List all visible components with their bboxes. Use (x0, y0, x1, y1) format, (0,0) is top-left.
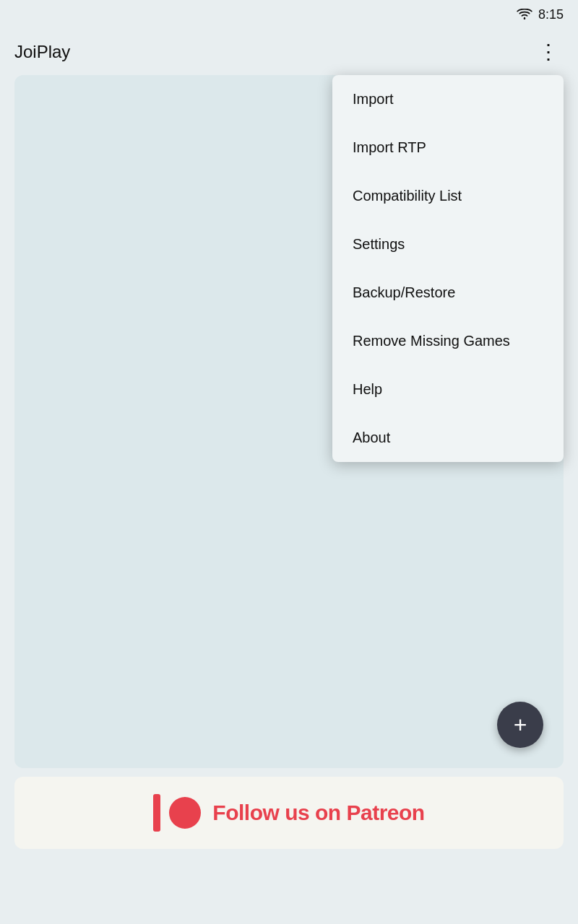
menu-item-import[interactable]: Import (332, 75, 564, 123)
app-bar: JoiPlay ⋮ (0, 29, 578, 75)
add-icon: + (514, 713, 527, 736)
menu-item-compatibility-list[interactable]: Compatibility List (332, 172, 564, 220)
status-bar: 8:15 (0, 0, 578, 29)
menu-item-settings[interactable]: Settings (332, 220, 564, 269)
main-content-area: Import Import RTP Compatibility List Set… (14, 75, 564, 768)
more-icon: ⋮ (538, 42, 558, 62)
fab-add-button[interactable]: + (497, 702, 543, 748)
svg-point-0 (524, 17, 526, 19)
status-time: 8:15 (538, 7, 564, 22)
patreon-text: Follow us on Patreon (212, 801, 424, 825)
menu-item-help[interactable]: Help (332, 365, 564, 414)
menu-item-remove-missing-games[interactable]: Remove Missing Games (332, 317, 564, 365)
more-options-button[interactable]: ⋮ (532, 36, 564, 68)
patreon-bar-icon (153, 794, 160, 832)
patreon-logo (153, 794, 201, 832)
patreon-banner[interactable]: Follow us on Patreon (14, 777, 564, 849)
wifi-icon (517, 9, 532, 20)
dropdown-menu: Import Import RTP Compatibility List Set… (332, 75, 564, 462)
menu-item-about[interactable]: About (332, 414, 564, 462)
patreon-circle-icon (169, 797, 201, 829)
menu-item-backup-restore[interactable]: Backup/Restore (332, 269, 564, 317)
menu-item-import-rtp[interactable]: Import RTP (332, 123, 564, 172)
app-title: JoiPlay (14, 42, 70, 62)
status-bar-icons: 8:15 (517, 7, 564, 22)
